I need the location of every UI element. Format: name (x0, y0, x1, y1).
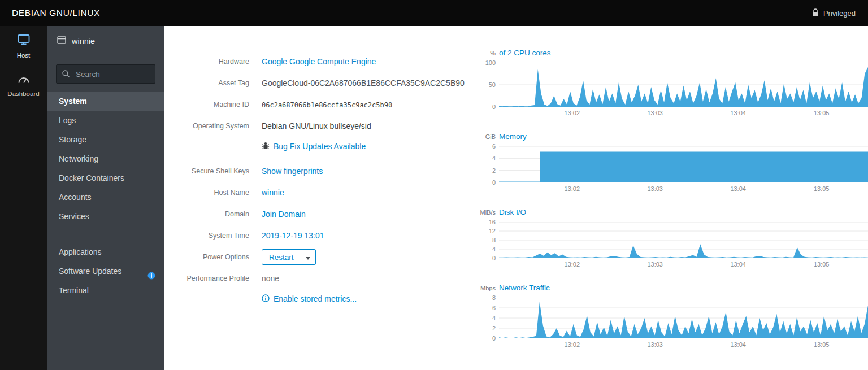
network-plot-area (499, 298, 868, 338)
disk-io-y-axis: 0481216 (476, 222, 499, 258)
hardware-label: Hardware (176, 58, 249, 66)
enable-stored-metrics-link[interactable]: Enable stored metrics... (274, 294, 357, 303)
network-traffic-chart: Mbps Network Traffic 02468 13:0213:0313:… (476, 284, 868, 350)
cpu-plot-area (499, 63, 868, 107)
memory-y-axis: 0246 (476, 146, 499, 182)
updates-row: Bug Fix Updates Available (176, 137, 476, 156)
bug-fix-updates-link[interactable]: Bug Fix Updates Available (274, 142, 366, 151)
disk-io-chart-title[interactable]: Disk I/O (499, 208, 526, 216)
bug-icon (262, 142, 270, 151)
performance-profile-label: Performance Profile (176, 275, 249, 282)
disk-io-chart: MiB/s Disk I/O 0481216 13:0213:0313:0413… (476, 208, 868, 270)
stored-metrics-row: Enable stored metrics... (176, 289, 476, 308)
cpu-y-axis: 050100 (476, 63, 499, 107)
sidebar-item-accounts[interactable]: Accounts (47, 188, 164, 207)
cpu-unit-label: % (476, 50, 499, 56)
memory-chart-title[interactable]: Memory (499, 132, 527, 141)
sidebar-item-applications[interactable]: Applications (47, 242, 164, 262)
sidebar-divider (58, 234, 153, 234)
privileged-button[interactable]: Privileged (812, 8, 856, 18)
brand-title: DEBIAN GNU/LINUX (12, 8, 100, 18)
sidebar-search (56, 64, 155, 84)
memory-x-axis: 13:0213:0313:0413:05 (499, 185, 868, 194)
hardware-row: Hardware Google Google Compute Engine (176, 51, 476, 72)
rail-dashboard-label: Dashboard (7, 90, 39, 97)
network-chart-title[interactable]: Network Traffic (499, 284, 550, 292)
power-options-label: Power Options (176, 253, 249, 261)
system-time-link[interactable]: 2019-12-19 13:01 (262, 231, 324, 240)
host-selector[interactable]: winnie (47, 26, 164, 56)
cpu-chart-title[interactable]: of 2 CPU cores (499, 49, 551, 57)
asset-tag-label: Asset Tag (176, 79, 249, 87)
memory-unit-label: GiB (476, 133, 499, 140)
domain-row: Domain Join Domain (176, 203, 476, 225)
ssh-keys-label: Secure Shell Keys (176, 167, 249, 175)
power-options-row: Power Options Restart (176, 246, 476, 268)
os-label: Operating System (176, 122, 249, 130)
main-content: Hardware Google Google Compute Engine As… (164, 26, 868, 370)
hardware-link[interactable]: Google Google Compute Engine (262, 57, 376, 66)
lock-icon (812, 8, 819, 18)
disk-io-unit-label: MiB/s (476, 209, 499, 216)
performance-profile-row: Performance Profile none (176, 268, 476, 289)
software-updates-label: Software Updates (59, 267, 121, 276)
dashboard-gauge-icon (17, 73, 31, 86)
network-unit-label: Mbps (476, 285, 499, 291)
host-icon (17, 34, 31, 48)
sidebar: winnie System Logs Storage Networking Do… (47, 26, 164, 370)
power-split-button: Restart (262, 249, 316, 265)
nav-rail: Host Dashboard (0, 26, 47, 370)
performance-profile-value: none (262, 274, 476, 283)
memory-plot-area (499, 146, 868, 182)
network-y-axis: 02468 (476, 298, 499, 338)
machine-id-label: Machine ID (176, 101, 249, 108)
sidebar-item-terminal[interactable]: Terminal (47, 281, 164, 300)
show-fingerprints-link[interactable]: Show fingerprints (262, 167, 323, 176)
info-circle-icon (262, 294, 270, 304)
caret-down-icon (306, 253, 310, 262)
rail-item-host[interactable]: Host (0, 26, 47, 66)
sidebar-nav: System Logs Storage Networking Docker Co… (47, 92, 164, 300)
search-input[interactable] (56, 64, 155, 84)
system-overview: Hardware Google Google Compute Engine As… (164, 26, 476, 370)
hostname-row: Host Name winnie (176, 182, 476, 203)
disk-io-plot-area (499, 222, 868, 258)
metrics-charts: % of 2 CPU cores 050100 13:0213:0313:041… (476, 26, 868, 370)
machine-id-value: 06c2a687066b1e86ccfa35c9ac2c5b90 (262, 101, 392, 109)
search-icon (62, 69, 70, 80)
cpu-x-axis: 13:0213:0313:0413:05 (499, 110, 868, 119)
sidebar-item-logs[interactable]: Logs (47, 111, 164, 130)
hostname-link[interactable]: winnie (262, 188, 284, 197)
sidebar-item-software-updates[interactable]: Software Updates (47, 262, 164, 281)
masthead: DEBIAN GNU/LINUX Privileged (0, 0, 868, 26)
rail-item-dashboard[interactable]: Dashboard (0, 66, 47, 104)
os-row: Operating System Debian GNU/Linux bullse… (176, 115, 476, 137)
ssh-keys-row: Secure Shell Keys Show fingerprints (176, 160, 476, 182)
system-time-row: System Time 2019-12-19 13:01 (176, 225, 476, 246)
terminal-icon (57, 36, 66, 46)
sidebar-item-storage[interactable]: Storage (47, 130, 164, 149)
asset-tag-value: GoogleCloud-06C2A687066B1E86CCFA35C9AC2C… (262, 79, 476, 88)
machine-id-row: Machine ID 06c2a687066b1e86ccfa35c9ac2c5… (176, 94, 476, 115)
cpu-chart: % of 2 CPU cores 050100 13:0213:0313:041… (476, 49, 868, 119)
os-value: Debian GNU/Linux bullseye/sid (262, 121, 476, 130)
asset-tag-row: Asset Tag GoogleCloud-06C2A687066B1E86CC… (176, 72, 476, 94)
rail-host-label: Host (17, 52, 31, 59)
privileged-label: Privileged (823, 9, 856, 18)
system-time-label: System Time (176, 232, 249, 240)
restart-dropdown-toggle[interactable] (301, 249, 316, 265)
sidebar-item-docker[interactable]: Docker Containers (47, 168, 164, 188)
network-x-axis: 13:0213:0313:0413:05 (499, 341, 868, 350)
domain-label: Domain (176, 210, 249, 218)
restart-button[interactable]: Restart (262, 249, 301, 265)
disk-io-x-axis: 13:0213:0313:0413:05 (499, 261, 868, 270)
memory-chart: GiB Memory 0246 13:0213:0313:0413:05 (476, 132, 868, 194)
sidebar-item-services[interactable]: Services (47, 207, 164, 226)
join-domain-link[interactable]: Join Domain (262, 210, 306, 219)
sidebar-item-system[interactable]: System (47, 92, 164, 111)
sidebar-item-networking[interactable]: Networking (47, 149, 164, 168)
hostname-label: Host Name (176, 189, 249, 197)
sidebar-hostname: winnie (72, 37, 95, 46)
